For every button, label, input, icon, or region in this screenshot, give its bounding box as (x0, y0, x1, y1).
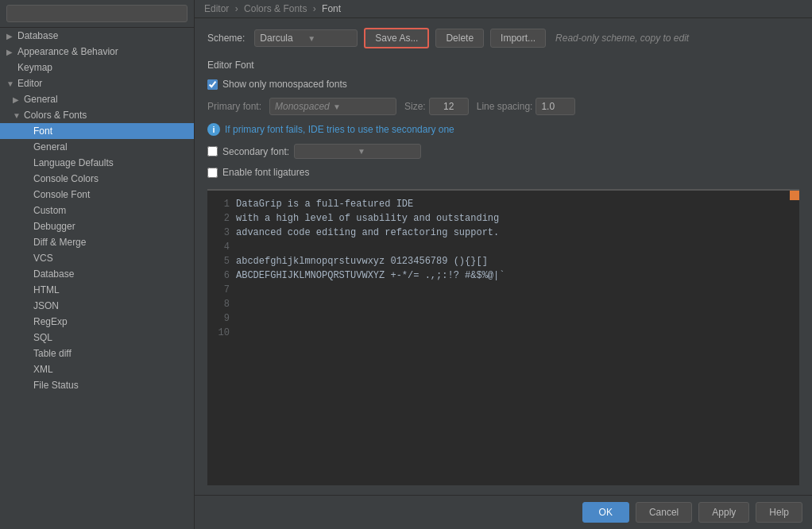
sidebar-item-sql[interactable]: SQL (0, 330, 194, 346)
ligatures-checkbox[interactable] (207, 168, 218, 178)
breadcrumb-font: Font (322, 3, 341, 14)
preview-line: 4 (214, 240, 793, 254)
line-spacing-input[interactable]: 1.0 (536, 98, 575, 115)
sidebar-item-table-diff[interactable]: Table diff (0, 346, 194, 361)
sidebar-item-colors-fonts[interactable]: ▼Colors & Fonts (0, 107, 194, 123)
sidebar-item-label: Console Colors (33, 173, 99, 184)
breadcrumb-colors-fonts: Colors & Fonts (244, 3, 307, 14)
tree-arrow-icon: ▶ (6, 48, 16, 56)
line-number: 9 (214, 311, 236, 326)
save-as-button[interactable]: Save As... (364, 28, 429, 48)
sidebar-item-language-defaults[interactable]: Language Defaults (0, 155, 194, 171)
scheme-dropdown[interactable]: Darcula ▼ (254, 29, 358, 47)
search-input[interactable] (6, 5, 188, 22)
secondary-font-label: Secondary font: (222, 146, 289, 157)
sidebar-item-font[interactable]: Font (0, 123, 194, 139)
line-number: 10 (214, 326, 236, 340)
editor-font-title: Editor Font (207, 60, 799, 71)
line-spacing-row: Line spacing: 1.0 (477, 98, 576, 115)
sidebar-item-html[interactable]: HTML (0, 282, 194, 298)
sidebar-item-label: Keymap (17, 62, 52, 73)
sidebar-item-custom[interactable]: Custom (0, 203, 194, 218)
apply-button[interactable]: Apply (698, 502, 749, 523)
preview-line: 10 (214, 326, 793, 340)
sidebar-item-vcs[interactable]: VCS (0, 250, 194, 266)
scheme-value: Darcula (260, 33, 304, 44)
sidebar-item-label: JSON (33, 300, 59, 311)
line-number: 4 (214, 240, 236, 254)
sidebar-item-general[interactable]: ▶General (0, 91, 194, 107)
preview-line: 1DataGrip is a full-featured IDE (214, 197, 793, 211)
sidebar-item-label: Custom (33, 205, 66, 216)
preview-line: 9 (214, 311, 793, 326)
ok-button[interactable]: OK (582, 502, 629, 523)
info-row: i If primary font fails, IDE tries to us… (207, 123, 799, 136)
help-button[interactable]: Help (756, 502, 802, 523)
import-button[interactable]: Import... (490, 29, 546, 48)
line-number: 5 (214, 254, 236, 268)
scheme-row: Scheme: Darcula ▼ Save As... Delete Impo… (207, 28, 799, 48)
sidebar-item-general2[interactable]: General (0, 139, 194, 155)
line-number: 8 (214, 297, 236, 311)
line-number: 3 (214, 226, 236, 240)
readonly-text: Read-only scheme, copy to edit (555, 33, 689, 44)
sidebar-item-diff-merge[interactable]: Diff & Merge (0, 234, 194, 250)
delete-button[interactable]: Delete (435, 29, 484, 48)
sidebar-item-regexp[interactable]: RegExp (0, 314, 194, 330)
line-content: with a high level of usability and outst… (236, 211, 499, 226)
sidebar-item-database2[interactable]: Database (0, 266, 194, 282)
preview-line: 3advanced code editing and refactoring s… (214, 226, 793, 240)
search-bar[interactable] (0, 0, 194, 28)
preview-line: 2with a high level of usability and outs… (214, 211, 793, 226)
sidebar-item-label: General (24, 94, 58, 105)
sidebar-item-label: Language Defaults (33, 157, 114, 168)
info-text: If primary font fails, IDE tries to use … (225, 124, 454, 135)
primary-font-label: Primary font: (207, 101, 261, 112)
sidebar-item-label: VCS (33, 253, 53, 264)
sidebar-item-label: Font (33, 125, 52, 137)
cancel-button[interactable]: Cancel (636, 502, 692, 523)
size-row: Size: 12 (404, 98, 469, 115)
secondary-font-dropdown[interactable]: ▼ (294, 144, 421, 159)
sidebar-item-label: RegExp (33, 316, 68, 327)
ligatures-label: Enable font ligatures (222, 167, 309, 178)
sidebar-item-label: HTML (33, 284, 60, 295)
bottom-bar: OK Cancel Apply Help (195, 495, 812, 529)
sidebar-item-json[interactable]: JSON (0, 298, 194, 314)
line-number: 2 (214, 211, 236, 226)
sidebar-item-console-font[interactable]: Console Font (0, 187, 194, 203)
secondary-font-checkbox[interactable] (207, 146, 218, 156)
sidebar-item-editor[interactable]: ▼Editor (0, 75, 194, 91)
sidebar-item-debugger[interactable]: Debugger (0, 218, 194, 234)
content-area: Editor › Colors & Fonts › Font Scheme: D… (195, 0, 812, 529)
orange-mark (790, 191, 799, 200)
show-monospaced-label: Show only monospaced fonts (222, 79, 347, 90)
line-number: 7 (214, 283, 236, 297)
sidebar-item-label: Colors & Fonts (24, 110, 87, 121)
sidebar-item-label: Console Font (33, 189, 90, 200)
sidebar-item-label: File Status (33, 380, 79, 391)
line-content: abcdefghijklmnopqrstuvwxyz 0123456789 ()… (236, 254, 488, 268)
chevron-down-icon: ▼ (307, 34, 352, 43)
sidebar-item-file-status[interactable]: File Status (0, 377, 194, 393)
scheme-label: Scheme: (207, 33, 245, 44)
sidebar-item-label: Editor (17, 78, 42, 89)
sidebar-item-label: Appearance & Behavior (17, 46, 118, 57)
size-input[interactable]: 12 (429, 98, 469, 115)
show-monospaced-checkbox[interactable] (207, 79, 218, 90)
sidebar-item-database[interactable]: ▶Database (0, 28, 194, 44)
primary-font-dropdown[interactable]: Monospaced ▼ (269, 98, 396, 115)
preview-line: 7 (214, 283, 793, 297)
primary-font-value: Monospaced (275, 101, 333, 112)
sidebar-item-keymap[interactable]: Keymap (0, 60, 194, 75)
show-monospaced-row: Show only monospaced fonts (207, 79, 799, 90)
chevron-down-icon: ▼ (358, 147, 416, 156)
sidebar-item-console-colors[interactable]: Console Colors (0, 171, 194, 187)
sidebar-item-label: SQL (33, 332, 52, 343)
ligatures-row: Enable font ligatures (207, 167, 799, 178)
preview-lines: 1DataGrip is a full-featured IDE2with a … (214, 197, 793, 340)
breadcrumb: Editor › Colors & Fonts › Font (195, 0, 812, 18)
sidebar-item-appearance[interactable]: ▶Appearance & Behavior (0, 44, 194, 60)
sidebar-item-xml[interactable]: XML (0, 361, 194, 377)
sidebar-item-label: Database (33, 268, 74, 280)
